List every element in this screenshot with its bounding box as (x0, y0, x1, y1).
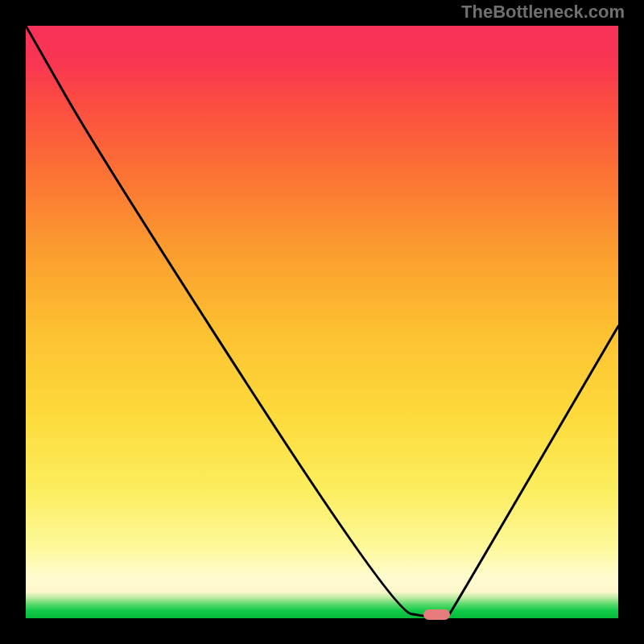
chart-plot-area (26, 26, 618, 618)
optimal-marker (423, 609, 450, 620)
bottleneck-curve (26, 26, 618, 618)
watermark-text: TheBottleneck.com (461, 2, 625, 23)
chart-frame: TheBottleneck.com (0, 0, 644, 644)
